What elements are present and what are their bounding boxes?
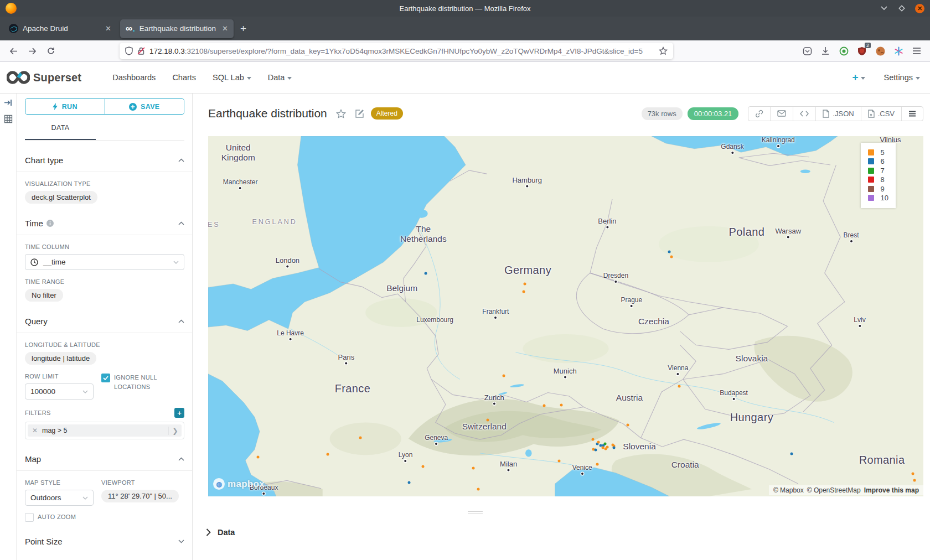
- chevron-down-icon[interactable]: [178, 540, 184, 543]
- back-icon[interactable]: [6, 43, 21, 59]
- add-filter-button[interactable]: +: [174, 408, 184, 418]
- chevron-up-icon[interactable]: [178, 319, 184, 323]
- embed-code-button[interactable]: [793, 107, 815, 121]
- favorite-star-icon[interactable]: [336, 109, 346, 118]
- chevron-right-icon[interactable]: ❯: [168, 427, 182, 435]
- scatter-point-mag-5[interactable]: [487, 418, 489, 421]
- scatter-point-mag-5[interactable]: [502, 374, 505, 377]
- new-item-button[interactable]: +: [852, 71, 865, 84]
- attribution-osm[interactable]: © OpenStreetMap: [807, 486, 861, 494]
- nav-charts[interactable]: Charts: [172, 73, 196, 82]
- collapse-panel-icon[interactable]: [4, 98, 12, 107]
- settings-menu[interactable]: Settings: [884, 73, 920, 82]
- row-limit-select[interactable]: 100000: [25, 383, 94, 400]
- scatter-point-mag-5[interactable]: [913, 479, 916, 481]
- export-json-button[interactable]: .JSON: [815, 107, 860, 121]
- scatter-point-mag-6[interactable]: [668, 250, 671, 253]
- scatter-point-mag-5[interactable]: [627, 424, 629, 427]
- attribution-mapbox[interactable]: © Mapbox: [773, 486, 804, 494]
- filter-chip[interactable]: ✕ mag > 5 ❯: [28, 424, 182, 437]
- chart-menu-button[interactable]: [901, 107, 923, 121]
- scatter-point-mag-5[interactable]: [597, 440, 600, 443]
- remove-filter-icon[interactable]: ✕: [28, 427, 42, 434]
- email-button[interactable]: [770, 107, 793, 121]
- auto-zoom-checkbox[interactable]: [25, 513, 34, 522]
- nav-data[interactable]: Data: [268, 73, 292, 82]
- tab-apache-druid[interactable]: Apache Druid ✕: [3, 19, 117, 38]
- tab-close-icon[interactable]: ✕: [105, 24, 111, 33]
- deckgl-scatterplot-map[interactable]: United KingdomENGLANDESFranceGermanyPola…: [208, 136, 923, 496]
- row-count-badge: 73k rows: [642, 107, 683, 120]
- save-button[interactable]: SAVE: [105, 99, 184, 114]
- close-icon[interactable]: ✕: [915, 4, 924, 13]
- new-tab-button[interactable]: +: [240, 23, 246, 35]
- insecure-lock-icon[interactable]: [137, 46, 145, 55]
- maximize-icon[interactable]: [897, 4, 906, 13]
- tab-earthquake-distribution[interactable]: ∞. Earthquake distribution ✕: [120, 19, 234, 38]
- scatter-point-mag-6[interactable]: [790, 453, 793, 455]
- scatter-point-mag-5[interactable]: [257, 456, 260, 459]
- reload-icon[interactable]: [43, 43, 59, 59]
- tracking-shield-icon[interactable]: [125, 46, 133, 55]
- nav-dashboards[interactable]: Dashboards: [112, 73, 156, 82]
- scatter-point-mag-5[interactable]: [522, 291, 525, 293]
- pinwheel-icon[interactable]: [893, 45, 904, 56]
- viewport-value[interactable]: 11° 28' 29.70" | 50...: [101, 490, 179, 502]
- scatter-point-mag-5[interactable]: [421, 465, 424, 468]
- scatter-point-mag-5[interactable]: [596, 463, 598, 466]
- superset-logo[interactable]: Superset: [7, 70, 81, 85]
- ublock-shield-icon[interactable]: 2: [856, 45, 867, 56]
- download-icon[interactable]: [820, 45, 831, 56]
- edit-properties-icon[interactable]: [355, 109, 364, 118]
- attribution-improve-link[interactable]: Improve this map: [864, 486, 919, 494]
- scatter-point-mag-5[interactable]: [606, 445, 608, 448]
- data-panel-toggle[interactable]: Data: [206, 528, 235, 537]
- extension-green-icon[interactable]: [838, 45, 849, 56]
- chevron-up-icon[interactable]: [178, 221, 184, 225]
- lonlat-value[interactable]: longitude | latitude: [25, 352, 96, 365]
- url-address-bar[interactable]: 172.18.0.3:32108/superset/explore/?form_…: [120, 43, 673, 59]
- forward-icon[interactable]: [24, 43, 40, 59]
- tab-data[interactable]: DATA: [25, 124, 96, 140]
- time-column-select[interactable]: __time: [25, 254, 184, 270]
- tab-close-icon[interactable]: ✕: [222, 24, 228, 33]
- pocket-icon[interactable]: [802, 45, 813, 56]
- scatter-point-mag-6[interactable]: [424, 272, 427, 275]
- scatter-point-mag-5[interactable]: [911, 472, 914, 475]
- scatter-point-mag-5[interactable]: [326, 453, 329, 455]
- run-button[interactable]: RUN: [25, 99, 105, 114]
- minimize-icon[interactable]: [880, 4, 888, 13]
- scatter-point-mag-5[interactable]: [678, 385, 681, 387]
- profile-avatar-icon[interactable]: [875, 45, 886, 56]
- map-style-select[interactable]: Outdoors: [25, 490, 94, 506]
- scatter-point-mag-5[interactable]: [477, 488, 480, 490]
- scatter-point-mag-6[interactable]: [612, 447, 615, 449]
- scatter-point-mag-6[interactable]: [408, 481, 411, 484]
- dataset-grid-icon[interactable]: [4, 115, 13, 123]
- panel-resize-handle[interactable]: [468, 510, 483, 514]
- scatter-point-mag-5[interactable]: [472, 467, 475, 470]
- chevron-up-icon[interactable]: [178, 158, 184, 162]
- time-range-value[interactable]: No filter: [25, 289, 63, 302]
- scatter-point-mag-5[interactable]: [560, 404, 563, 407]
- nav-sql-lab[interactable]: SQL Lab: [213, 73, 251, 82]
- scatter-point-mag-5[interactable]: [359, 436, 362, 439]
- scatter-point-mag-7[interactable]: [604, 442, 607, 445]
- scatter-point-mag-5[interactable]: [670, 256, 673, 258]
- chevron-up-icon[interactable]: [178, 457, 184, 461]
- scatter-point-mag-5[interactable]: [558, 460, 561, 463]
- copy-link-button[interactable]: [748, 107, 770, 121]
- scatter-point-mag-5[interactable]: [543, 404, 546, 407]
- mapbox-logo[interactable]: ◍ mapbox: [213, 478, 265, 490]
- city-dot: [564, 376, 566, 378]
- viz-type-value[interactable]: deck.gl Scatterplot: [25, 191, 97, 204]
- scatter-point-mag-5[interactable]: [592, 438, 595, 441]
- chevron-down-icon: [82, 390, 88, 393]
- export-csv-button[interactable]: .CSV: [861, 107, 901, 121]
- scatter-point-mag-5[interactable]: [524, 282, 526, 285]
- menu-hamburger-icon[interactable]: [911, 45, 922, 56]
- scatter-point-mag-6[interactable]: [595, 449, 597, 452]
- scatter-point-mag-5[interactable]: [612, 443, 614, 446]
- bookmark-star-icon[interactable]: [659, 46, 668, 55]
- ignore-null-checkbox[interactable]: [101, 374, 110, 382]
